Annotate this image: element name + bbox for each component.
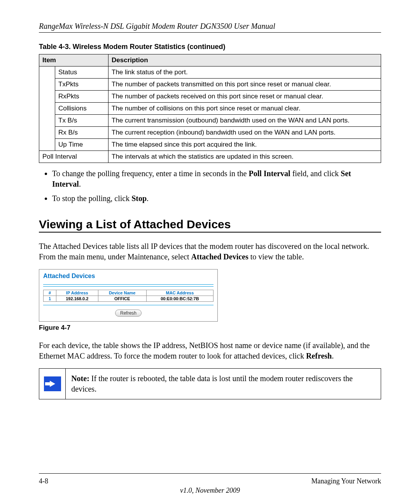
text: to view the table. [248, 252, 304, 261]
col-header-mac: MAC Address [146, 290, 213, 296]
note-icon-cell [39, 369, 66, 399]
section-heading: Viewing a List of Attached Devices [39, 218, 381, 231]
table-row: TxPkts The number of packets transmitted… [39, 79, 381, 91]
text: . [147, 194, 149, 203]
table-row: Up Time The time elapsed since this port… [39, 139, 381, 151]
text: . [332, 352, 334, 360]
arrow-right-icon [44, 376, 61, 391]
page-number: 4-8 [39, 477, 48, 485]
table-row: Poll Interval The intervals at which the… [39, 151, 381, 163]
indent-spacer [39, 66, 55, 151]
device-mac: 00:E0:00:BC:52:7B [146, 296, 213, 302]
device-row: 1 192.168.0.2 OFFICE 00:E0:00:BC:52:7B [44, 296, 214, 302]
text: To stop the polling, click [52, 194, 131, 203]
stat-description: The time elapsed since this port acquire… [108, 139, 381, 151]
table-caption: Table 4-3. Wireless Modem Router Statist… [39, 43, 381, 51]
stat-item: Status [55, 66, 108, 79]
screenshot-rule [43, 284, 214, 285]
table-row: Rx B/s The current reception (inbound) b… [39, 127, 381, 139]
attached-devices-table: # IP Address Device Name MAC Address 1 1… [43, 290, 214, 302]
stat-item: Tx B/s [55, 115, 108, 127]
table-header-description: Description [108, 54, 381, 66]
list-item: To change the polling frequency, enter a… [52, 168, 381, 189]
bold-text: Stop [131, 194, 147, 203]
header-rule [39, 32, 381, 33]
stat-description: The link status of the port. [108, 66, 381, 79]
screenshot-rule [43, 286, 214, 287]
bullet-list: To change the polling frequency, enter a… [39, 168, 381, 204]
stat-item: Poll Interval [39, 151, 108, 163]
table-row: Collisions The number of collisions on t… [39, 103, 381, 115]
col-header-ip: IP Address [56, 290, 98, 296]
screenshot-title: Attached Devices [43, 273, 214, 280]
text: To change the polling frequency, enter a… [52, 169, 248, 178]
manual-page: RangeMax Wireless-N DSL Gigabit Modem Ro… [0, 0, 420, 504]
bold-text: Refresh [306, 352, 332, 360]
table-row: Tx B/s The current transmission (outboun… [39, 115, 381, 127]
bold-text: Attached Devices [191, 252, 248, 261]
text: If the router is rebooted, the table dat… [71, 374, 353, 393]
table-row: Status The link status of the port. [39, 66, 381, 79]
table-row: RxPkts The number of packets received on… [39, 91, 381, 103]
bold-text: Poll Interval [248, 169, 290, 178]
footer-version: v1.0, November 2009 [0, 486, 420, 495]
stat-item: Collisions [55, 103, 108, 115]
stat-item: TxPkts [55, 79, 108, 91]
device-name-cell: OFFICE [98, 296, 146, 302]
stat-item: RxPkts [55, 91, 108, 103]
device-num: 1 [44, 296, 56, 302]
intro-paragraph: The Attached Devices table lists all IP … [39, 241, 381, 262]
text: field, and click [290, 169, 341, 178]
stat-description: The current transmission (outbound) band… [108, 115, 381, 127]
figure-caption: Figure 4-7 [39, 324, 381, 332]
after-figure-paragraph: For each device, the table shows the IP … [39, 340, 381, 361]
stat-description: The number of packets transmitted on thi… [108, 79, 381, 91]
stat-description: The number of collisions on this port si… [108, 103, 381, 115]
running-header: RangeMax Wireless-N DSL Gigabit Modem Ro… [39, 22, 381, 31]
stat-item: Rx B/s [55, 127, 108, 139]
device-ip: 192.168.0.2 [56, 296, 98, 302]
col-header-num: # [44, 290, 56, 296]
stat-item: Up Time [55, 139, 108, 151]
screenshot-rule [43, 305, 214, 305]
note-text: Note: If the router is rebooted, the tab… [66, 369, 381, 399]
table-header-item: Item [39, 54, 108, 66]
footer-section: Managing Your Network [312, 477, 382, 485]
section-rule [39, 232, 381, 233]
statistics-table: Item Description Status The link status … [39, 54, 381, 163]
stat-description: The number of packets received on this p… [108, 91, 381, 103]
stat-description: The current reception (inbound) bandwidt… [108, 127, 381, 139]
attached-devices-screenshot: Attached Devices # IP Address Device Nam… [39, 269, 218, 322]
stat-description: The intervals at which the statistics ar… [108, 151, 381, 163]
page-footer: 4-8 Managing Your Network [39, 477, 381, 485]
note-label: Note: [71, 374, 89, 383]
list-item: To stop the polling, click Stop. [52, 193, 381, 204]
text: . [79, 180, 81, 188]
note-box: Note: If the router is rebooted, the tab… [39, 368, 381, 399]
footer-rule [39, 473, 381, 474]
refresh-button[interactable]: Refresh [115, 310, 142, 317]
col-header-name: Device Name [98, 290, 146, 296]
